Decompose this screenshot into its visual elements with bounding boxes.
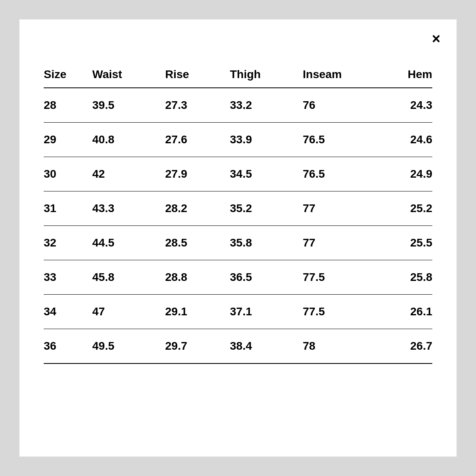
cell-row6-col5: 26.1 <box>376 295 432 329</box>
table-row: 3244.528.535.87725.5 <box>44 226 432 260</box>
header-rise: Rise <box>165 60 230 88</box>
table-row: 3143.328.235.27725.2 <box>44 191 432 226</box>
cell-row2-col0: 30 <box>44 157 92 191</box>
cell-row0-col5: 24.3 <box>376 88 432 123</box>
cell-row2-col4: 76.5 <box>303 157 376 191</box>
cell-row6-col1: 47 <box>92 295 165 329</box>
cell-row5-col0: 33 <box>44 260 92 295</box>
close-button[interactable]: × <box>432 32 440 46</box>
cell-row3-col0: 31 <box>44 191 92 226</box>
header-size: Size <box>44 60 92 88</box>
table-row: 3345.828.836.577.525.8 <box>44 260 432 295</box>
size-table: SizeWaistRiseThighInseamHem 2839.527.333… <box>44 60 432 364</box>
cell-row5-col1: 45.8 <box>92 260 165 295</box>
table-header-row: SizeWaistRiseThighInseamHem <box>44 60 432 88</box>
cell-row0-col1: 39.5 <box>92 88 165 123</box>
cell-row1-col5: 24.6 <box>376 123 432 157</box>
cell-row7-col4: 78 <box>303 329 376 364</box>
cell-row7-col0: 36 <box>44 329 92 364</box>
cell-row7-col1: 49.5 <box>92 329 165 364</box>
cell-row1-col4: 76.5 <box>303 123 376 157</box>
cell-row5-col2: 28.8 <box>165 260 230 295</box>
cell-row6-col3: 37.1 <box>230 295 303 329</box>
cell-row3-col1: 43.3 <box>92 191 165 226</box>
cell-row4-col0: 32 <box>44 226 92 260</box>
size-chart-modal: × SizeWaistRiseThighInseamHem 2839.527.3… <box>19 19 457 457</box>
cell-row3-col3: 35.2 <box>230 191 303 226</box>
cell-row0-col4: 76 <box>303 88 376 123</box>
cell-row4-col1: 44.5 <box>92 226 165 260</box>
cell-row7-col3: 38.4 <box>230 329 303 364</box>
cell-row1-col2: 27.6 <box>165 123 230 157</box>
header-inseam: Inseam <box>303 60 376 88</box>
cell-row1-col3: 33.9 <box>230 123 303 157</box>
cell-row2-col2: 27.9 <box>165 157 230 191</box>
cell-row2-col1: 42 <box>92 157 165 191</box>
cell-row2-col3: 34.5 <box>230 157 303 191</box>
cell-row3-col2: 28.2 <box>165 191 230 226</box>
cell-row7-col2: 29.7 <box>165 329 230 364</box>
cell-row6-col0: 34 <box>44 295 92 329</box>
cell-row0-col0: 28 <box>44 88 92 123</box>
cell-row7-col5: 26.7 <box>376 329 432 364</box>
cell-row6-col2: 29.1 <box>165 295 230 329</box>
cell-row5-col5: 25.8 <box>376 260 432 295</box>
table-row: 2839.527.333.27624.3 <box>44 88 432 123</box>
cell-row0-col3: 33.2 <box>230 88 303 123</box>
table-row: 2940.827.633.976.524.6 <box>44 123 432 157</box>
cell-row4-col3: 35.8 <box>230 226 303 260</box>
header-thigh: Thigh <box>230 60 303 88</box>
table-row: 304227.934.576.524.9 <box>44 157 432 191</box>
table-row: 3649.529.738.47826.7 <box>44 329 432 364</box>
cell-row4-col5: 25.5 <box>376 226 432 260</box>
cell-row4-col2: 28.5 <box>165 226 230 260</box>
cell-row5-col3: 36.5 <box>230 260 303 295</box>
cell-row1-col1: 40.8 <box>92 123 165 157</box>
table-row: 344729.137.177.526.1 <box>44 295 432 329</box>
cell-row2-col5: 24.9 <box>376 157 432 191</box>
cell-row0-col2: 27.3 <box>165 88 230 123</box>
cell-row3-col5: 25.2 <box>376 191 432 226</box>
cell-row6-col4: 77.5 <box>303 295 376 329</box>
cell-row1-col0: 29 <box>44 123 92 157</box>
cell-row5-col4: 77.5 <box>303 260 376 295</box>
cell-row3-col4: 77 <box>303 191 376 226</box>
header-waist: Waist <box>92 60 165 88</box>
cell-row4-col4: 77 <box>303 226 376 260</box>
header-hem: Hem <box>376 60 432 88</box>
